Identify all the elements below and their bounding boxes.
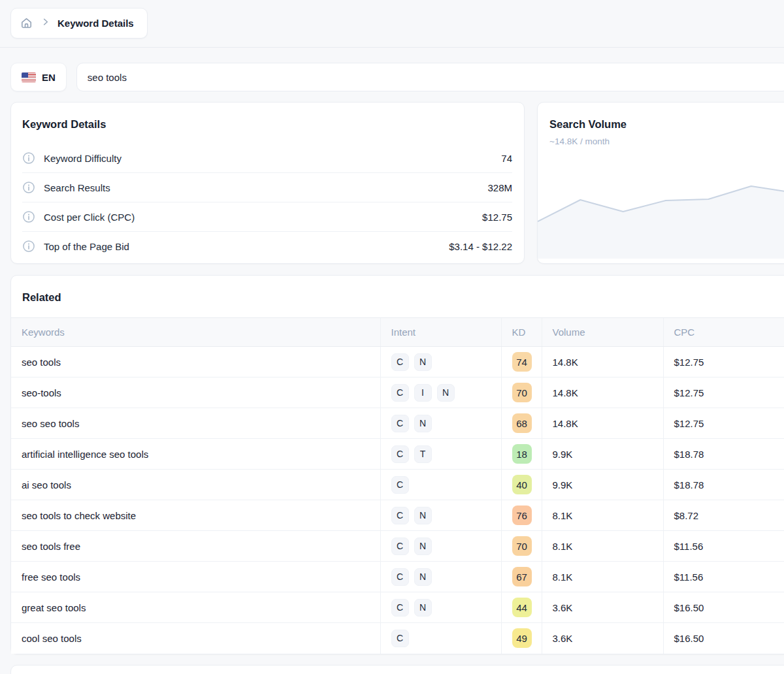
- column-header-intent: Intent: [380, 318, 501, 347]
- next-section-card: [10, 665, 784, 674]
- metric-rows: Keyword Difficulty 74 Search Results 328…: [22, 144, 512, 261]
- kd-cell: 40: [501, 470, 542, 500]
- intent-cell: CN: [380, 592, 501, 623]
- cpc-cell: $18.78: [663, 439, 784, 470]
- related-section-card: Related Keywords Intent KD Volume CPC se…: [10, 275, 784, 654]
- kd-badge: 70: [512, 383, 532, 402]
- metric-value: 74: [501, 153, 512, 164]
- intent-badge: C: [391, 630, 409, 647]
- table-row[interactable]: free seo toolsCN678.1K$11.56: [11, 562, 784, 592]
- intent-badge: C: [391, 384, 409, 402]
- kd-badge: 68: [512, 413, 532, 433]
- intent-badge: C: [391, 599, 409, 617]
- intent-cell: CN: [380, 408, 501, 439]
- related-keywords-table: Keywords Intent KD Volume CPC seo toolsC…: [11, 317, 784, 654]
- cpc-cell: $18.78: [663, 470, 784, 500]
- kd-cell: 18: [501, 439, 542, 470]
- intent-cell: CN: [380, 531, 501, 562]
- cpc-cell: $12.75: [663, 347, 784, 377]
- info-icon[interactable]: [22, 152, 35, 165]
- metric-row-cpc: Cost per Click (CPC) $12.75: [22, 202, 512, 232]
- cpc-cell: $8.72: [663, 500, 784, 531]
- table-row[interactable]: ai seo toolsC409.9K$18.78: [11, 470, 784, 500]
- intent-badge: N: [437, 384, 455, 402]
- column-header-kd: KD: [501, 318, 542, 347]
- chart-area-fill: [538, 186, 784, 259]
- metric-value: 328M: [487, 182, 512, 193]
- info-icon[interactable]: [22, 210, 35, 223]
- intent-badge: C: [391, 538, 409, 555]
- volume-cell: 14.8K: [542, 408, 663, 439]
- keyword-search-input[interactable]: [76, 63, 784, 91]
- metric-label: Cost per Click (CPC): [44, 212, 135, 223]
- kd-badge: 44: [512, 598, 532, 617]
- cpc-cell: $16.50: [663, 592, 784, 623]
- keyword-cell[interactable]: seo-tools: [11, 377, 380, 408]
- kd-cell: 74: [501, 347, 542, 377]
- cpc-cell: $11.56: [663, 562, 784, 592]
- intent-cell: CN: [380, 562, 501, 592]
- language-selector[interactable]: EN: [10, 63, 67, 91]
- summary-cards: Keyword Details Keyword Difficulty 74: [10, 102, 784, 264]
- keyword-cell[interactable]: seo tools to check website: [11, 500, 380, 531]
- keyword-details-card: Keyword Details Keyword Difficulty 74: [10, 102, 525, 264]
- metric-label: Search Results: [44, 182, 110, 193]
- keyword-cell[interactable]: seo tools free: [11, 531, 380, 562]
- language-label: EN: [42, 72, 56, 83]
- volume-cell: 14.8K: [542, 377, 663, 408]
- info-icon[interactable]: [22, 240, 35, 253]
- intent-badge: N: [414, 415, 432, 432]
- cpc-cell: $12.75: [663, 377, 784, 408]
- cpc-cell: $16.50: [663, 623, 784, 654]
- table-row[interactable]: cool seo toolsC493.6K$16.50: [11, 623, 784, 654]
- home-icon[interactable]: [20, 16, 33, 30]
- table-header-row: Keywords Intent KD Volume CPC: [11, 318, 784, 347]
- intent-cell: CIN: [380, 377, 501, 408]
- intent-badge: N: [414, 538, 432, 555]
- table-row[interactable]: artificial intelligence seo toolsCT189.9…: [11, 439, 784, 470]
- volume-cell: 8.1K: [542, 531, 663, 562]
- search-bar: EN: [0, 48, 784, 91]
- keyword-cell[interactable]: ai seo tools: [11, 470, 380, 500]
- keyword-cell[interactable]: cool seo tools: [11, 623, 380, 654]
- kd-cell: 67: [501, 562, 542, 592]
- intent-cell: CN: [380, 500, 501, 531]
- kd-cell: 76: [501, 500, 542, 531]
- keyword-cell[interactable]: great seo tools: [11, 592, 380, 623]
- info-icon[interactable]: [22, 181, 35, 194]
- intent-badge: I: [414, 384, 432, 402]
- volume-cell: 3.6K: [542, 592, 663, 623]
- metric-row-search-results: Search Results 328M: [22, 173, 512, 202]
- table-row[interactable]: great seo toolsCN443.6K$16.50: [11, 592, 784, 623]
- column-header-volume: Volume: [542, 318, 663, 347]
- table-row[interactable]: seo seo toolsCN6814.8K$12.75: [11, 408, 784, 439]
- column-header-cpc: CPC: [663, 318, 784, 347]
- intent-badge: N: [414, 507, 432, 524]
- keyword-cell[interactable]: artificial intelligence seo tools: [11, 439, 380, 470]
- kd-badge: 18: [512, 444, 532, 464]
- kd-badge: 67: [512, 567, 532, 586]
- breadcrumb-current: Keyword Details: [57, 18, 134, 29]
- table-row[interactable]: seo tools to check websiteCN768.1K$8.72: [11, 500, 784, 531]
- keyword-cell[interactable]: seo seo tools: [11, 408, 380, 439]
- intent-cell: CT: [380, 439, 501, 470]
- kd-badge: 70: [512, 536, 532, 556]
- metric-label: Top of the Page Bid: [44, 241, 129, 252]
- cpc-cell: $12.75: [663, 408, 784, 439]
- related-title: Related: [11, 276, 784, 317]
- intent-badge: C: [391, 507, 409, 524]
- kd-cell: 68: [501, 408, 542, 439]
- keyword-cell[interactable]: seo tools: [11, 347, 380, 377]
- table-row[interactable]: seo toolsCN7414.8K$12.75: [11, 347, 784, 377]
- intent-badge: C: [391, 415, 409, 432]
- kd-badge: 49: [512, 628, 532, 648]
- intent-badge: N: [414, 599, 432, 617]
- table-row[interactable]: seo-toolsCIN7014.8K$12.75: [11, 377, 784, 408]
- table-row[interactable]: seo tools freeCN708.1K$11.56: [11, 531, 784, 562]
- intent-badge: C: [391, 568, 409, 586]
- keyword-details-title: Keyword Details: [22, 118, 512, 131]
- metric-row-top-page-bid: Top of the Page Bid $3.14 - $12.22: [22, 232, 512, 261]
- us-flag-icon: [22, 72, 36, 82]
- keyword-cell[interactable]: free seo tools: [11, 562, 380, 592]
- intent-cell: CN: [380, 347, 501, 377]
